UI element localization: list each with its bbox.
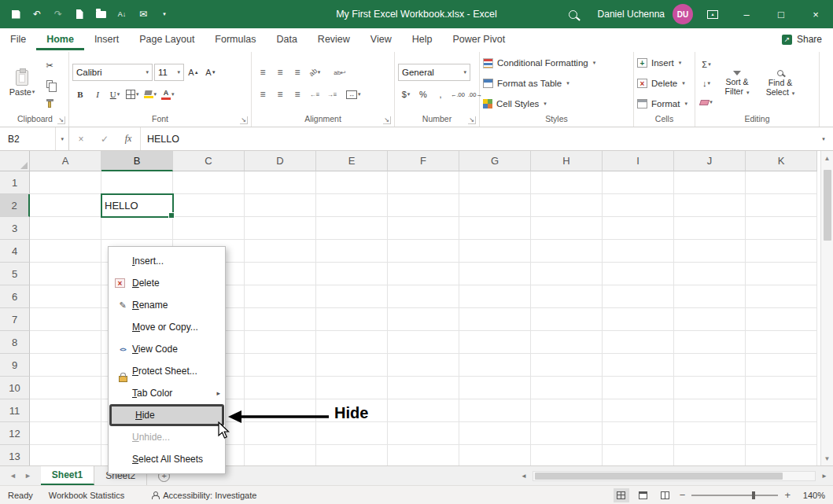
- column-header-I[interactable]: I: [603, 151, 674, 171]
- cell-H11[interactable]: [531, 399, 603, 422]
- decrease-font-size-button[interactable]: A▼: [203, 64, 219, 81]
- row-header-7[interactable]: 7: [0, 308, 30, 331]
- cell-K11[interactable]: [746, 399, 817, 422]
- align-middle-button[interactable]: ≡: [272, 64, 288, 81]
- accessibility-status[interactable]: Accessibility: Investigate: [143, 491, 264, 500]
- column-header-H[interactable]: H: [531, 151, 603, 171]
- cell-J11[interactable]: [674, 399, 746, 422]
- undo-icon[interactable]: ↶: [31, 8, 43, 20]
- cell-G11[interactable]: [459, 399, 531, 422]
- cell-D3[interactable]: [245, 217, 316, 240]
- menu-item-view-code[interactable]: <>View Code: [109, 338, 225, 360]
- cell-E7[interactable]: [316, 308, 388, 331]
- wrap-text-button[interactable]: ab↩: [332, 64, 348, 81]
- cell-A9[interactable]: [30, 354, 101, 377]
- column-header-F[interactable]: F: [388, 151, 459, 171]
- ribbon-display-options-icon[interactable]: ▴: [707, 10, 718, 19]
- increase-indent-button[interactable]: →≡: [324, 86, 340, 103]
- align-right-button[interactable]: ≡: [289, 86, 305, 103]
- cell-K7[interactable]: [746, 308, 817, 331]
- cell-K8[interactable]: [746, 331, 817, 354]
- scroll-up-icon[interactable]: ▲: [824, 151, 831, 165]
- cell-H3[interactable]: [531, 217, 603, 240]
- zoom-level[interactable]: 140%: [797, 491, 825, 500]
- formula-input[interactable]: HELLO: [140, 127, 814, 150]
- cell-H10[interactable]: [531, 377, 603, 399]
- cell-A3[interactable]: [30, 217, 101, 240]
- maximize-button[interactable]: □: [764, 0, 798, 28]
- cell-K13[interactable]: [746, 445, 817, 465]
- cell-I6[interactable]: [603, 285, 674, 308]
- zoom-slider[interactable]: [691, 495, 778, 496]
- tab-page-layout[interactable]: Page Layout: [129, 28, 205, 50]
- cell-A5[interactable]: [30, 263, 101, 285]
- align-bottom-button[interactable]: ≡: [289, 64, 305, 81]
- sort-az-icon[interactable]: A↓: [116, 8, 128, 20]
- cell-K3[interactable]: [746, 217, 817, 240]
- tab-data[interactable]: Data: [266, 28, 307, 50]
- column-header-J[interactable]: J: [674, 151, 746, 171]
- cell-H13[interactable]: [531, 445, 603, 465]
- tab-home[interactable]: Home: [36, 28, 84, 50]
- cell-J3[interactable]: [674, 217, 746, 240]
- menu-item-rename[interactable]: ✎Rename: [109, 294, 225, 316]
- cell-F13[interactable]: [388, 445, 459, 465]
- cell-H4[interactable]: [531, 240, 603, 263]
- cell-H12[interactable]: [531, 422, 603, 445]
- menu-item-insert[interactable]: Insert...: [109, 250, 225, 272]
- user-name[interactable]: Daniel Uchenna: [598, 9, 665, 20]
- row-header-8[interactable]: 8: [0, 331, 30, 354]
- cell-J6[interactable]: [674, 285, 746, 308]
- sort-filter-button[interactable]: Sort & Filter ▾: [717, 71, 757, 96]
- cell-I12[interactable]: [603, 422, 674, 445]
- find-select-button[interactable]: Find & Select ▾: [760, 70, 801, 97]
- cell-K6[interactable]: [746, 285, 817, 308]
- cell-A13[interactable]: [30, 445, 101, 465]
- vertical-scroll-thumb[interactable]: [824, 170, 831, 241]
- conditional-formatting-button[interactable]: Conditional Formatting▾: [483, 53, 630, 72]
- cell-F8[interactable]: [388, 331, 459, 354]
- sheet-nav-right-icon[interactable]: ►: [24, 472, 31, 480]
- cell-B2[interactable]: HELLO: [101, 194, 173, 217]
- cell-D5[interactable]: [245, 263, 316, 285]
- horizontal-scroll-thumb[interactable]: [535, 473, 783, 480]
- cell-J1[interactable]: [674, 171, 746, 194]
- close-button[interactable]: ×: [798, 0, 833, 28]
- save-icon[interactable]: [9, 8, 22, 20]
- align-left-button[interactable]: ≡: [255, 86, 271, 103]
- cell-I2[interactable]: [603, 194, 674, 217]
- cell-D10[interactable]: [245, 377, 316, 399]
- cell-I10[interactable]: [603, 377, 674, 399]
- menu-item-tab-color[interactable]: Tab Color▸: [109, 382, 225, 404]
- cell-K12[interactable]: [746, 422, 817, 445]
- fill-button[interactable]: ↓▾: [698, 75, 714, 92]
- cell-E6[interactable]: [316, 285, 388, 308]
- cell-E8[interactable]: [316, 331, 388, 354]
- row-header-6[interactable]: 6: [0, 285, 30, 308]
- fill-color-button[interactable]: ▾: [142, 86, 159, 103]
- cell-J13[interactable]: [674, 445, 746, 465]
- insert-function-icon[interactable]: fx: [116, 127, 140, 150]
- menu-item-move-or-copy[interactable]: Move or Copy...: [109, 316, 225, 338]
- row-header-4[interactable]: 4: [0, 240, 30, 263]
- copy-button[interactable]: [42, 75, 57, 93]
- dialog-launcher-icon[interactable]: ↘: [57, 116, 65, 124]
- scroll-left-icon[interactable]: ◄: [518, 473, 529, 480]
- insert-cells-button[interactable]: + Insert▾: [637, 53, 691, 72]
- cell-H8[interactable]: [531, 331, 603, 354]
- avatar[interactable]: DU: [673, 4, 693, 24]
- cell-I7[interactable]: [603, 308, 674, 331]
- cell-B1[interactable]: [101, 171, 173, 194]
- dialog-launcher-icon[interactable]: ↘: [240, 116, 248, 124]
- cell-G2[interactable]: [459, 194, 531, 217]
- row-header-11[interactable]: 11: [0, 399, 30, 422]
- column-header-K[interactable]: K: [746, 151, 817, 171]
- page-layout-view-button[interactable]: [636, 488, 651, 502]
- cell-G9[interactable]: [459, 354, 531, 377]
- cell-F11[interactable]: [388, 399, 459, 422]
- merge-center-button[interactable]: ↔▾: [345, 86, 363, 103]
- page-break-view-button[interactable]: [658, 488, 673, 502]
- cell-K1[interactable]: [746, 171, 817, 194]
- cancel-icon[interactable]: ×: [69, 127, 93, 150]
- cell-E10[interactable]: [316, 377, 388, 399]
